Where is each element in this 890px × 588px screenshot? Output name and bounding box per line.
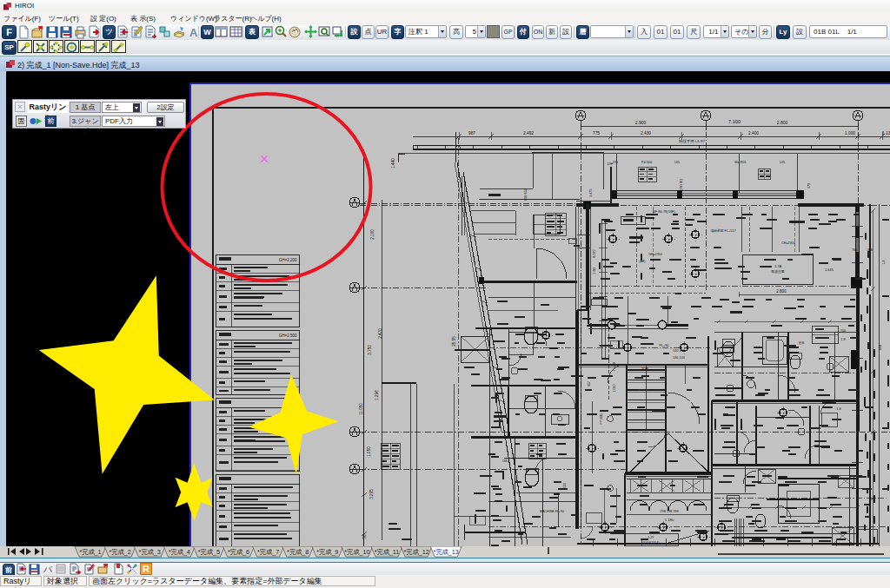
svg-text:*完成_9: *完成_9 — [316, 548, 338, 556]
svg-text:*完成_4: *完成_4 — [169, 548, 190, 556]
svg-text:A: A — [189, 26, 198, 39]
svg-text:*完成_7: *完成_7 — [257, 548, 279, 556]
svg-text:*完成_12: *完成_12 — [404, 548, 429, 556]
svg-text:*完成_6: *完成_6 — [228, 548, 249, 556]
svg-text:*完成_3: *完成_3 — [139, 548, 161, 556]
svg-text:*完成_8: *完成_8 — [287, 548, 309, 556]
svg-text:*完成_11: *完成_11 — [375, 548, 400, 556]
svg-text:*完成_5: *完成_5 — [198, 548, 220, 556]
svg-text:*完成_2: *完成_2 — [110, 548, 131, 556]
svg-text:*完成_10: *完成_10 — [344, 548, 369, 556]
svg-text:*完成_1: *完成_1 — [79, 548, 101, 556]
svg-text:*完成_13: *完成_13 — [434, 548, 459, 556]
svg-text:バ: バ — [43, 565, 53, 574]
